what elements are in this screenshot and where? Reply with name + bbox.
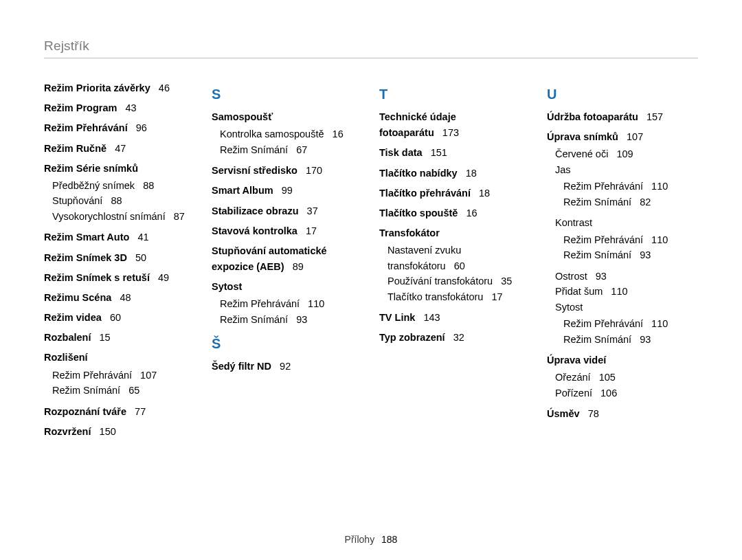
index-column: TTechnické údaje fotoaparátu 173Tisk dat… — [379, 78, 530, 444]
sub-sub-entry[interactable]: Režim Snímání 93 — [563, 247, 698, 262]
index-entry[interactable]: Tlačítko spouště 16 — [379, 205, 530, 221]
sub-entry[interactable]: Jas — [555, 162, 698, 177]
sub-entry[interactable]: Přidat šum 110 — [555, 284, 698, 299]
entry-page: 151 — [431, 147, 447, 158]
sub-entry[interactable]: Červené oči 109 — [555, 146, 698, 161]
entry-label: Rozlišení — [44, 352, 88, 363]
sub-sub-entry[interactable]: Režim Snímání 82 — [563, 194, 698, 210]
entry-label: TV Link — [379, 312, 415, 323]
index-entry[interactable]: Tisk data 151 — [379, 145, 530, 161]
index-entry[interactable]: Úsměv 78 — [547, 406, 698, 422]
index-entry[interactable]: RozlišeníRežim Přehrávání 107Režim Snímá… — [44, 350, 195, 398]
sub-page: 109 — [611, 148, 633, 159]
entry-page: 157 — [647, 111, 663, 122]
index-entry[interactable]: Stupňování automatické expozice (AEB) 89 — [212, 243, 363, 275]
index-entry[interactable]: Smart Album 99 — [212, 183, 363, 199]
index-entry[interactable]: Režim Ručně 47 — [44, 141, 195, 157]
index-entry[interactable]: Režim Priorita závěrky 46 — [44, 80, 195, 96]
sub-entry[interactable]: Sytost — [555, 300, 698, 315]
sub-entry[interactable]: Režim Snímání 67 — [220, 142, 363, 157]
index-entry[interactable]: SytostRežim Přehrávání 110Režim Snímání … — [212, 279, 363, 327]
index-entry[interactable]: Typ zobrazení 32 — [379, 330, 530, 346]
index-entry[interactable]: Režim Snímek s retuší 49 — [44, 270, 195, 286]
sub-page: 65 — [123, 385, 139, 396]
sub-entry[interactable]: Kontrolka samospouště 16 — [220, 126, 363, 142]
index-entry[interactable]: Úprava videíOřezání 105Pořízení 106 — [547, 352, 698, 401]
sub-entry[interactable]: Předběžný snímek 88 — [52, 178, 195, 193]
entry-page: 18 — [466, 168, 477, 179]
sub-entry[interactable]: Nastavení zvuku transfokátoru 60 — [387, 243, 530, 273]
index-entry[interactable]: Rozbalení 15 — [44, 330, 195, 346]
sub-list: Režim Přehrávání 110Režim Snímání 93 — [220, 296, 363, 327]
sub-sub-entry[interactable]: Režim Přehrávání 110 — [563, 232, 698, 247]
sub-entry[interactable]: Ořezání 105 — [555, 370, 698, 385]
page-footer: Přílohy 188 — [0, 534, 742, 545]
sub-sub-list: Režim Přehrávání 110Režim Snímání 93 — [563, 316, 698, 347]
sub-entry[interactable]: Režim Snímání 93 — [220, 312, 363, 327]
entry-label: Úsměv — [547, 408, 580, 419]
index-entry[interactable]: Úprava snímků 107Červené oči 109JasRežim… — [547, 129, 698, 347]
sub-sub-page: 93 — [634, 334, 651, 345]
sub-list: Červené oči 109JasRežim Přehrávání 110Re… — [555, 146, 698, 347]
sub-entry[interactable]: Režim Přehrávání 107 — [52, 368, 195, 383]
index-entry[interactable]: SamospoušťKontrolka samospouště 16Režim … — [212, 109, 363, 157]
sub-entry[interactable]: Režim Snímání 65 — [52, 383, 195, 398]
entry-label: Režim Priorita závěrky — [44, 82, 150, 93]
entry-page: 46 — [159, 82, 170, 93]
index-entry[interactable]: Režimu Scéna 48 — [44, 290, 195, 306]
index-entry[interactable]: Režim Snímek 3D 50 — [44, 250, 195, 266]
sub-sub-entry[interactable]: Režim Snímání 93 — [563, 332, 698, 347]
entry-page: 49 — [158, 272, 169, 283]
sub-entry[interactable]: Vysokorychlostní snímání 87 — [52, 209, 195, 224]
entry-page: 96 — [136, 122, 147, 133]
sub-entry[interactable]: Tlačítko transfokátoru 17 — [387, 289, 530, 304]
index-entry[interactable]: Režim Program 43 — [44, 100, 195, 116]
index-entry[interactable]: Šedý filtr ND 92 — [212, 359, 363, 374]
index-entry[interactable]: Režim Přehrávání 96 — [44, 120, 195, 136]
index-entry[interactable]: TransfokátorNastavení zvuku transfokátor… — [379, 225, 530, 304]
sub-sub-page: 82 — [634, 197, 651, 208]
entry-label: Tisk data — [379, 147, 423, 158]
index-entry[interactable]: Stavová kontrolka 17 — [212, 223, 363, 239]
section-letter: S — [212, 83, 363, 105]
sub-list: Režim Přehrávání 107Režim Snímání 65 — [52, 368, 195, 399]
entry-page: 78 — [588, 408, 599, 419]
index-entry[interactable]: Režim Smart Auto 41 — [44, 229, 195, 245]
entry-page: 17 — [306, 225, 317, 236]
sub-entry[interactable]: Stupňování 88 — [52, 193, 195, 208]
sub-entry[interactable]: Pořízení 106 — [555, 385, 698, 401]
sub-page: 67 — [291, 144, 307, 155]
index-entry[interactable]: Technické údaje fotoaparátu 173 — [379, 109, 530, 141]
sub-page: 60 — [449, 260, 465, 271]
entry-label: Smart Album — [212, 185, 273, 196]
entry-label: Rozvržení — [44, 426, 91, 437]
index-entry[interactable]: Režim Série snímkůPředběžný snímek 88Stu… — [44, 161, 195, 225]
page-title: Rejstřík — [44, 38, 698, 58]
section-letter: Š — [212, 333, 363, 355]
section-letter: T — [379, 83, 530, 105]
sub-entry[interactable]: Ostrost 93 — [555, 269, 698, 284]
entry-label: Servisní středisko — [212, 165, 297, 176]
footer-page-number: 188 — [381, 534, 397, 545]
entry-label: Režim Program — [44, 102, 117, 113]
index-entry[interactable]: Stabilizace obrazu 37 — [212, 203, 363, 219]
entry-label: Tlačítko spouště — [379, 208, 458, 219]
entry-page: 32 — [453, 332, 464, 343]
index-entry[interactable]: Rozvržení 150 — [44, 424, 195, 440]
index-entry[interactable]: Rozpoznání tváře 77 — [44, 404, 195, 420]
sub-entry[interactable]: Kontrast — [555, 215, 698, 230]
sub-sub-entry[interactable]: Režim Přehrávání 110 — [563, 179, 698, 194]
sub-entry[interactable]: Používání transfokátoru 35 — [387, 273, 530, 289]
index-entry[interactable]: TV Link 143 — [379, 310, 530, 326]
index-entry[interactable]: Servisní středisko 170 — [212, 163, 363, 179]
entry-label: Stupňování automatické expozice (AEB) — [212, 245, 327, 272]
sub-page: 16 — [327, 128, 344, 139]
sub-entry[interactable]: Režim Přehrávání 110 — [220, 296, 363, 311]
index-entry[interactable]: Tlačítko přehrávání 18 — [379, 186, 530, 201]
index-column: UÚdržba fotoaparátu 157Úprava snímků 107… — [547, 78, 698, 444]
index-entry[interactable]: Režim videa 60 — [44, 310, 195, 326]
sub-sub-entry[interactable]: Režim Přehrávání 110 — [563, 316, 698, 331]
index-entry[interactable]: Údržba fotoaparátu 157 — [547, 109, 698, 125]
index-entry[interactable]: Tlačítko nabídky 18 — [379, 166, 530, 181]
entry-label: Režim Snímek s retuší — [44, 272, 150, 283]
